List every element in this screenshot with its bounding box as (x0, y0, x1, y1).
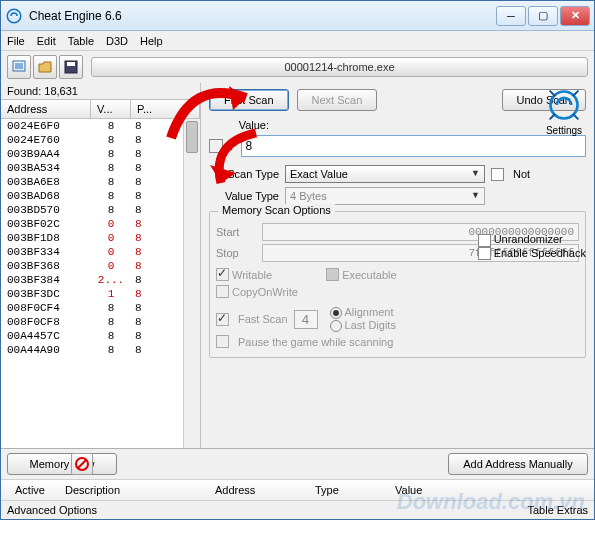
results-list[interactable]: 0024E6F0880024E76088003B9AA488003BA53488… (1, 119, 200, 448)
stop-icon[interactable] (71, 453, 93, 475)
table-row[interactable]: 003BF1D808 (1, 231, 200, 245)
fastscan-num[interactable] (294, 310, 318, 329)
fastscan-label: Fast Scan (238, 313, 288, 325)
hex-checkbox[interactable] (209, 139, 223, 153)
settings-label: Settings (542, 125, 586, 136)
menu-table[interactable]: Table (68, 35, 94, 47)
process-bar[interactable]: 00001214-chrome.exe (91, 57, 588, 77)
select-process-button[interactable] (7, 55, 31, 79)
memory-view-button[interactable]: Memory view (7, 453, 117, 475)
table-row[interactable]: 00A4457C88 (1, 329, 200, 343)
col-value2[interactable]: Value (387, 482, 430, 498)
copyonwrite-checkbox[interactable] (216, 285, 229, 298)
speedhack-label: Enable Speedhack (494, 247, 586, 259)
value-type-combo[interactable]: 4 Bytes (285, 187, 485, 205)
fastscan-checkbox[interactable] (216, 313, 229, 326)
memscan-legend: Memory Scan Options (218, 204, 335, 216)
value-input[interactable] (241, 135, 587, 157)
col-active[interactable]: Active (7, 482, 57, 498)
menubar: File Edit Table D3D Help (1, 31, 594, 51)
results-pane: Found: 18,631 Address V... P... 0024E6F0… (1, 83, 201, 448)
window-title: Cheat Engine 6.6 (29, 9, 496, 23)
close-button[interactable]: ✕ (560, 6, 590, 26)
menu-edit[interactable]: Edit (37, 35, 56, 47)
svg-line-7 (78, 460, 86, 468)
table-row[interactable]: 003BF36808 (1, 259, 200, 273)
menu-d3d[interactable]: D3D (106, 35, 128, 47)
svg-rect-4 (67, 62, 75, 66)
alignment-radio[interactable] (330, 307, 342, 319)
table-row[interactable]: 00A44A9088 (1, 343, 200, 357)
hex-label: x (227, 140, 233, 152)
scan-pane: Settings First Scan Next Scan Undo Scan … (201, 83, 594, 448)
table-row[interactable]: 003B9AA488 (1, 147, 200, 161)
col-value[interactable]: V... (91, 100, 131, 118)
settings-logo[interactable]: Settings (542, 87, 586, 136)
add-address-button[interactable]: Add Address Manually (448, 453, 588, 475)
table-row[interactable]: 003BD57088 (1, 203, 200, 217)
open-button[interactable] (33, 55, 57, 79)
svg-rect-2 (15, 63, 23, 69)
menu-file[interactable]: File (7, 35, 25, 47)
not-label: Not (513, 168, 530, 180)
address-list-header: Active Description Address Type Value (1, 479, 594, 501)
unrandomizer-checkbox[interactable] (478, 234, 491, 247)
col-address[interactable]: Address (1, 100, 91, 118)
table-row[interactable]: 003BAD6888 (1, 189, 200, 203)
table-row[interactable]: 0024E76088 (1, 133, 200, 147)
advanced-options-button[interactable]: Advanced Options (7, 504, 97, 516)
first-scan-button[interactable]: First Scan (209, 89, 289, 111)
table-row[interactable]: 003BA53488 (1, 161, 200, 175)
app-icon (5, 7, 23, 25)
table-extras-button[interactable]: Table Extras (527, 504, 588, 516)
titlebar: Cheat Engine 6.6 ─ ▢ ✕ (1, 1, 594, 31)
copyonwrite-label: CopyOnWrite (232, 286, 298, 298)
toolbar: 00001214-chrome.exe (1, 51, 594, 83)
alignment-label: Alignment (345, 306, 394, 318)
next-scan-button[interactable]: Next Scan (297, 89, 378, 111)
table-row[interactable]: 003BF3DC18 (1, 287, 200, 301)
bottom-pane: Memory view Add Address Manually Active … (1, 448, 594, 519)
process-name: 00001214-chrome.exe (284, 61, 394, 73)
results-header: Address V... P... (1, 99, 200, 119)
found-bar: Found: 18,631 (1, 83, 200, 99)
scrollbar[interactable] (183, 119, 200, 448)
found-label: Found: (7, 85, 41, 97)
col-type[interactable]: Type (307, 482, 387, 498)
maximize-button[interactable]: ▢ (528, 6, 558, 26)
value-type-label: Value Type (209, 190, 279, 202)
table-row[interactable]: 003BA6E888 (1, 175, 200, 189)
unrandomizer-label: Unrandomizer (494, 233, 563, 245)
found-count: 18,631 (44, 85, 78, 97)
stop-label: Stop (216, 247, 256, 259)
table-row[interactable]: 0024E6F088 (1, 119, 200, 133)
table-row[interactable]: 003BF3842...8 (1, 273, 200, 287)
lastdigits-label: Last Digits (345, 319, 396, 331)
writable-label: Writable (232, 269, 272, 281)
menu-help[interactable]: Help (140, 35, 163, 47)
table-row[interactable]: 003BF02C08 (1, 217, 200, 231)
save-button[interactable] (59, 55, 83, 79)
scan-type-label: Scan Type (209, 168, 279, 180)
col-address2[interactable]: Address (207, 482, 307, 498)
minimize-button[interactable]: ─ (496, 6, 526, 26)
writable-checkbox[interactable] (216, 268, 229, 281)
col-previous[interactable]: P... (131, 100, 200, 118)
table-row[interactable]: 008F0CF488 (1, 301, 200, 315)
pause-checkbox[interactable] (216, 335, 229, 348)
value-label: Value: (209, 119, 269, 131)
col-description[interactable]: Description (57, 482, 207, 498)
svg-point-0 (7, 9, 21, 23)
executable-label: Executable (342, 269, 396, 281)
speedhack-checkbox[interactable] (478, 247, 491, 260)
not-checkbox[interactable] (491, 168, 504, 181)
table-row[interactable]: 003BF33408 (1, 245, 200, 259)
lastdigits-radio[interactable] (330, 320, 342, 332)
pause-label: Pause the game while scanning (238, 336, 393, 348)
table-row[interactable]: 008F0CF888 (1, 315, 200, 329)
executable-checkbox[interactable] (326, 268, 339, 281)
scan-type-combo[interactable]: Exact Value (285, 165, 485, 183)
start-label: Start (216, 226, 256, 238)
